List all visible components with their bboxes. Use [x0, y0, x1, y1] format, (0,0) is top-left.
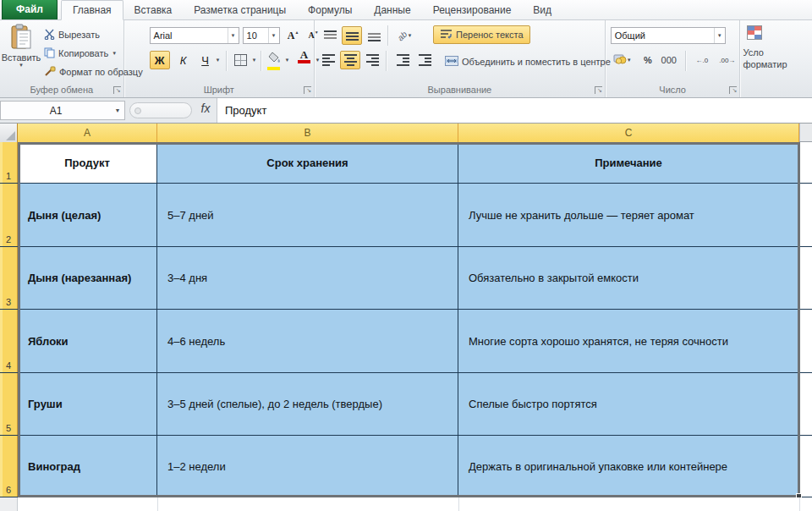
number-format-select[interactable]: Общий ▼: [611, 27, 726, 44]
font-size-select[interactable]: 10 ▼: [243, 27, 280, 44]
orientation-button[interactable]: ab ▼: [392, 26, 418, 45]
wrap-text-button[interactable]: Перенос текста: [433, 25, 530, 44]
cell-product[interactable]: Дыня (нарезанная): [18, 247, 157, 309]
cell-note[interactable]: Держать в оригинальной упаковке или конт…: [458, 436, 799, 497]
tab-view[interactable]: Вид: [522, 1, 562, 19]
cell-product[interactable]: Груши: [18, 373, 157, 435]
group-clipboard: Вставить ▼ Вырезать Копировать ▼: [0, 20, 124, 97]
underline-arrow[interactable]: ▼: [216, 58, 221, 63]
column-header-A[interactable]: A: [18, 124, 157, 142]
cell-storage[interactable]: 1–2 недели: [157, 436, 458, 497]
comma-style-button[interactable]: 000: [658, 51, 680, 69]
column-header-C[interactable]: C: [458, 124, 799, 142]
borders-arrow[interactable]: ▼: [252, 58, 257, 63]
paste-dropdown-arrow[interactable]: ▼: [19, 63, 24, 68]
tab-review[interactable]: Рецензирование: [422, 1, 523, 19]
fill-color-button[interactable]: [266, 51, 282, 70]
copy-button[interactable]: Копировать ▼: [44, 46, 117, 61]
bold-button[interactable]: Ж: [150, 51, 170, 69]
bold-letter: Ж: [155, 54, 165, 67]
merge-center-button[interactable]: Объединить и поместить в центре ▼: [442, 52, 623, 71]
cell-note[interactable]: Обязательно в закрытой емкости: [458, 247, 799, 309]
decrease-indent-button[interactable]: [392, 51, 413, 69]
fx-icon: fx: [201, 102, 211, 115]
tab-layout[interactable]: Разметка страницы: [183, 1, 297, 19]
row-number[interactable]: 3: [0, 247, 18, 309]
font-dialog-launcher[interactable]: ↘: [304, 86, 311, 94]
cell-note[interactable]: Спелые быстро портятся: [458, 373, 799, 435]
name-box-arrow[interactable]: ▼: [111, 107, 124, 113]
row-number[interactable]: 6: [0, 436, 18, 497]
cell-note[interactable]: Лучше не хранить дольше — теряет аромат: [458, 184, 799, 246]
increase-indent-button[interactable]: [414, 51, 435, 69]
tab-home[interactable]: Главная: [61, 0, 123, 20]
table-row: 2 Дыня (целая) 5–7 дней Лучше не хранить…: [0, 184, 812, 247]
formula-input[interactable]: Продукт: [217, 98, 812, 123]
increase-font-button[interactable]: A▲: [283, 26, 304, 45]
decrease-decimal-button[interactable]: .00→: [716, 51, 739, 69]
font-family-arrow: ▼: [228, 28, 239, 43]
conditional-formatting-label-2: форматир: [743, 59, 812, 70]
cell-storage[interactable]: 4–6 недель: [157, 310, 458, 372]
align-top-button[interactable]: [320, 26, 340, 45]
paste-button[interactable]: Вставить ▼: [3, 24, 40, 78]
tab-data[interactable]: Данные: [363, 1, 421, 19]
orientation-icon: ab: [396, 29, 409, 42]
cell-note[interactable]: Многие сорта хорошо хранятся, не теряя с…: [458, 310, 799, 372]
increase-decimal-button[interactable]: ←.0: [690, 51, 714, 69]
paste-label: Вставить: [2, 52, 41, 63]
underline-button[interactable]: Ч: [199, 51, 212, 69]
cell-storage[interactable]: Срок хранения: [157, 142, 458, 183]
font-family-select[interactable]: Arial ▼: [150, 27, 239, 44]
clipboard-dialog-launcher[interactable]: ↘: [113, 86, 121, 94]
row-filler: [799, 436, 812, 497]
align-center-button[interactable]: [340, 51, 360, 69]
cell-product[interactable]: Дыня (целая): [18, 184, 157, 246]
align-bottom-button[interactable]: [364, 26, 384, 45]
cell-storage[interactable]: 3–5 дней (спелые), до 2 недель (твердые): [157, 373, 458, 435]
gridline: [157, 497, 158, 511]
cell-note[interactable]: Примечание: [458, 142, 799, 183]
fill-color-arrow[interactable]: ▼: [285, 58, 290, 63]
font-color-button[interactable]: А: [297, 51, 312, 63]
italic-letter: К: [180, 54, 187, 67]
ribbon: Вставить ▼ Вырезать Копировать ▼: [0, 20, 812, 98]
alignment-dialog-launcher[interactable]: ↘: [595, 86, 602, 94]
tab-insert[interactable]: Вставка: [123, 1, 184, 19]
row-number[interactable]: 4: [0, 310, 18, 372]
gridline: [458, 497, 459, 511]
italic-button[interactable]: К: [175, 51, 192, 69]
tab-file[interactable]: Файл: [2, 0, 58, 19]
align-middle-button[interactable]: [342, 26, 362, 45]
borders-button[interactable]: [231, 51, 251, 69]
alignment-group-label: Выравнивание: [315, 85, 605, 95]
conditional-formatting-button[interactable]: [747, 25, 762, 40]
gridline: [799, 497, 800, 511]
cell-product[interactable]: Виноград: [18, 436, 157, 497]
percent-style-button[interactable]: %: [639, 51, 656, 69]
align-left-button[interactable]: [318, 51, 338, 69]
select-all-corner[interactable]: [0, 124, 18, 142]
name-box[interactable]: A1 ▼: [0, 101, 125, 120]
row-number[interactable]: 2: [0, 184, 18, 246]
cell-storage[interactable]: 5–7 дней: [157, 184, 458, 246]
accounting-format-button[interactable]: ▼: [609, 51, 636, 69]
sheet-rows: 1 Продукт Срок хранения Примечание 2 Дын…: [0, 142, 812, 497]
align-right-button[interactable]: [362, 51, 382, 69]
merge-center-label: Объединить и поместить в центре: [462, 57, 611, 67]
tab-formulas[interactable]: Формулы: [297, 1, 363, 19]
copy-dropdown-arrow[interactable]: ▼: [112, 51, 117, 56]
group-alignment: ab ▼ Перенос текста Объединить и помести…: [315, 20, 606, 97]
cell-product[interactable]: Яблоки: [18, 310, 157, 372]
cut-button[interactable]: Вырезать: [44, 27, 100, 42]
number-dialog-launcher[interactable]: ↘: [729, 86, 737, 94]
cell-storage[interactable]: 3–4 дня: [157, 247, 458, 309]
row-number[interactable]: 5: [0, 373, 18, 435]
format-painter-icon: [44, 66, 56, 79]
thousands-label: 000: [661, 55, 677, 65]
row-number[interactable]: 1: [0, 142, 18, 183]
ribbon-tabs: ФайлГлавнаяВставкаРазметка страницыФорму…: [0, 0, 812, 20]
column-header-B[interactable]: B: [157, 124, 458, 142]
cell-product[interactable]: Продукт: [18, 142, 157, 183]
insert-function-button[interactable]: fx: [196, 102, 215, 119]
